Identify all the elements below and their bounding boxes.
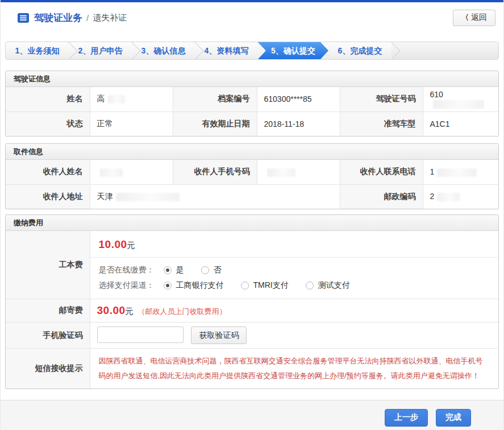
table-row: 工本费 10.00元 是否在线缴费： 是 否	[6, 231, 498, 299]
production-fee-unit: 元	[127, 241, 135, 250]
online-pay-option-yes[interactable]: 是	[164, 265, 184, 275]
mail-fee-note: （邮政人员上门收取费用）	[138, 307, 226, 316]
page-header: 驾驶证业务 / 遗失补证 〈 返回	[1, 2, 503, 33]
sms-code-content: 获取验证码	[90, 323, 498, 349]
expiry-date-label: 有效期止日期	[173, 111, 257, 136]
back-chevron-icon: 〈	[461, 13, 469, 23]
step-2-user-declaration[interactable]: 2、用户申告	[69, 42, 132, 59]
license-number-value: 610	[423, 87, 498, 111]
license-menu-icon	[18, 13, 29, 23]
radio-unchecked-icon[interactable]	[201, 266, 209, 274]
license-info-title: 驾驶证信息	[6, 71, 498, 87]
production-fee-amount: 10.00	[99, 238, 127, 250]
sms-notice-content: 因陕西省联通、电信运营商技术问题，陕西省互联网交通安全综合服务管理平台无法向持陕…	[90, 349, 498, 389]
breadcrumb-current: 遗失补证	[93, 13, 127, 23]
mail-fee-content: 30.00元 （邮政人员上门收取费用）	[90, 299, 498, 323]
redacted-text	[108, 95, 125, 104]
name-value: 高	[90, 87, 173, 111]
pay-channel-option-test[interactable]: 测试支付	[306, 280, 350, 291]
pay-channel-option-tmri[interactable]: TMRI支付	[241, 280, 289, 291]
redacted-text	[437, 193, 460, 201]
footer-action-bar: 上一步 完成	[1, 400, 503, 430]
pay-channel-test-label: 测试支付	[318, 280, 350, 291]
vehicle-class-label: 准驾车型	[340, 111, 423, 136]
step-5-confirm-submit-active[interactable]: 5、确认提交	[258, 42, 328, 59]
recipient-mobile-label: 收件人手机号码	[173, 160, 257, 184]
recipient-phone-label: 收件人联系电话	[340, 160, 423, 184]
table-row: 收件人姓名 收件人手机号码 收件人联系电话 1	[6, 160, 498, 184]
payment-options-block: 是否在线缴费： 是 否 选择支付渠道：	[90, 258, 499, 299]
license-info-table: 姓名 高 档案编号 610300****85 驾驶证号码 610 状态 正常 有…	[6, 87, 498, 136]
back-button[interactable]: 〈 返回	[453, 10, 495, 26]
finish-button[interactable]: 完成	[436, 409, 471, 427]
pickup-info-table: 收件人姓名 收件人手机号码 收件人联系电话 1 收件人地址 天津 邮政编码 2	[6, 160, 498, 209]
step-6-finish-submit[interactable]: 6、完成提交	[328, 42, 391, 59]
pay-channel-option-icbc[interactable]: 工商银行支付	[164, 280, 224, 291]
breadcrumb-divider: /	[86, 13, 89, 23]
table-row: 邮寄费 30.00元 （邮政人员上门收取费用）	[6, 299, 498, 323]
online-pay-caption: 是否在线缴费：	[99, 265, 155, 275]
recipient-mobile-value	[257, 160, 340, 184]
status-label: 状态	[6, 111, 90, 136]
pay-channel-tmri-label: TMRI支付	[253, 280, 289, 291]
step-4-fill-data[interactable]: 4、资料填写	[195, 42, 258, 59]
postal-code-value: 2	[423, 184, 498, 209]
recipient-name-value	[90, 160, 173, 184]
redacted-text	[433, 100, 484, 109]
sms-code-label: 手机验证码	[6, 323, 90, 349]
online-pay-yes-label: 是	[176, 265, 184, 275]
step-nav: 1、业务须知 2、用户申告 3、确认信息 4、资料填写 5、确认提交 6、完成提…	[5, 42, 499, 60]
table-row: 姓名 高 档案编号 610300****85 驾驶证号码 610	[6, 87, 498, 111]
online-pay-option-no[interactable]: 否	[201, 265, 222, 275]
name-label: 姓名	[6, 87, 90, 111]
file-number-label: 档案编号	[173, 87, 257, 111]
production-fee-content: 10.00元 是否在线缴费： 是 否	[90, 231, 498, 299]
sms-notice-label: 短信接收提示	[6, 349, 90, 389]
table-row: 短信接收提示 因陕西省联通、电信运营商技术问题，陕西省互联网交通安全综合服务管理…	[6, 349, 498, 389]
back-button-label: 返回	[471, 13, 487, 23]
recipient-phone-value: 1	[423, 160, 498, 184]
table-row: 状态 正常 有效期止日期 2018-11-18 准驾车型 A1C1	[6, 111, 498, 136]
payment-table: 工本费 10.00元 是否在线缴费： 是 否	[6, 231, 498, 388]
online-pay-line: 是否在线缴费： 是 否	[99, 262, 490, 278]
pickup-info-panel: 取件信息 收件人姓名 收件人手机号码 收件人联系电话 1 收件人地址 天津 邮政…	[5, 143, 499, 209]
mail-fee-label: 邮寄费	[6, 299, 90, 323]
payment-panel: 缴纳费用 工本费 10.00元 是否在线缴费： 是	[5, 214, 499, 389]
production-fee-label: 工本费	[6, 231, 90, 299]
redacted-text	[116, 193, 180, 201]
step-nav-filler	[391, 42, 498, 59]
radio-unchecked-icon[interactable]	[306, 282, 314, 290]
table-row: 手机验证码 获取验证码	[6, 323, 498, 349]
online-pay-no-label: 否	[214, 265, 222, 275]
postal-code-label: 邮政编码	[340, 184, 423, 209]
recipient-name-label: 收件人姓名	[6, 160, 90, 184]
pay-channel-icbc-label: 工商银行支付	[176, 280, 224, 291]
table-row: 收件人地址 天津 邮政编码 2	[6, 184, 498, 209]
mail-fee-unit: 元	[126, 307, 134, 316]
status-value: 正常	[90, 111, 173, 136]
page-title: 驾驶证业务	[34, 11, 82, 24]
vehicle-class-value: A1C1	[423, 111, 498, 136]
previous-step-button[interactable]: 上一步	[385, 409, 428, 427]
pay-channel-caption: 选择支付渠道：	[99, 280, 155, 291]
license-number-label: 驾驶证号码	[340, 87, 423, 111]
redacted-text	[267, 168, 295, 177]
radio-checked-icon[interactable]	[164, 266, 172, 274]
file-number-value: 610300****85	[257, 87, 340, 111]
mail-fee-amount: 30.00	[97, 304, 126, 316]
license-info-panel: 驾驶证信息 姓名 高 档案编号 610300****85 驾驶证号码 610 状…	[5, 71, 499, 137]
pay-channel-line: 选择支付渠道： 工商银行支付 TMRI支付 测试支付	[99, 278, 490, 293]
sms-code-input[interactable]	[97, 326, 184, 343]
step-1-business-notice[interactable]: 1、业务须知	[6, 42, 69, 59]
step-3-confirm-info[interactable]: 3、确认信息	[132, 42, 195, 59]
radio-checked-icon[interactable]	[164, 282, 172, 290]
radio-unchecked-icon[interactable]	[241, 282, 249, 290]
sms-notice-text: 因陕西省联通、电信运营商技术问题，陕西省互联网交通安全综合服务管理平台无法向持陕…	[99, 354, 490, 383]
expiry-date-value: 2018-11-18	[257, 111, 340, 136]
pickup-info-title: 取件信息	[6, 144, 498, 160]
redacted-text	[437, 168, 477, 177]
get-code-button[interactable]: 获取验证码	[191, 326, 247, 344]
payment-title: 缴纳费用	[6, 215, 498, 231]
production-fee-amount-line: 10.00元	[90, 231, 499, 258]
recipient-address-label: 收件人地址	[6, 184, 90, 209]
